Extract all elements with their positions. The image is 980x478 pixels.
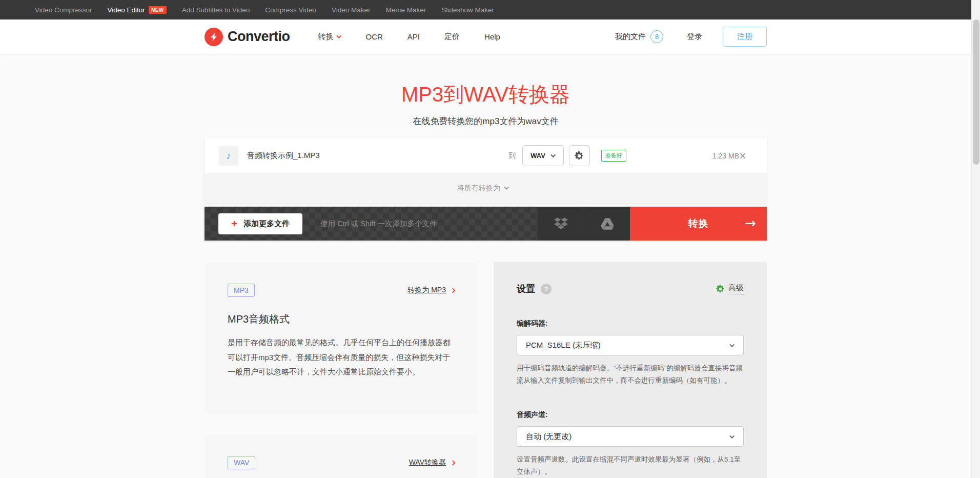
- page-title: MP3到WAV转换器: [0, 81, 971, 109]
- promo-link-add-subtitles[interactable]: Add Subtitles to Video: [174, 6, 258, 14]
- advanced-settings-link[interactable]: 高级: [716, 283, 744, 294]
- channels-label: 音频声道:: [517, 410, 744, 420]
- nav-pricing[interactable]: 定价: [444, 32, 460, 42]
- arrow-right-icon: →: [745, 215, 757, 231]
- promo-bar: Video Compressor Video Editor NEW Add Su…: [0, 0, 971, 19]
- convert-to-mp3-label: 转换为 MP3: [407, 286, 446, 295]
- convert-button-label: 转换: [688, 218, 709, 229]
- chevron-down-icon: [336, 33, 341, 38]
- promo-link-compress-video[interactable]: Compress Video: [257, 6, 324, 14]
- file-name: 音频转换示例_1.MP3: [247, 151, 508, 161]
- codec-value: PCM_S16LE (未压缩): [526, 341, 601, 350]
- file-size: 1.23 MB: [712, 152, 739, 160]
- chevron-down-icon: [729, 433, 734, 439]
- gear-icon: [575, 151, 584, 161]
- help-icon[interactable]: ?: [541, 284, 552, 294]
- settings-panel: 设置 ? 高级 编解码器: PCM_S16LE (未压缩) 用: [494, 262, 767, 478]
- channels-value: 自动 (无更改): [526, 432, 571, 442]
- convert-to-mp3-link[interactable]: 转换为 MP3: [407, 286, 455, 295]
- file-card: ♪ 音频转换示例_1.MP3 到 WAV 准备好 1.23 MB × 将所有转换…: [205, 138, 767, 203]
- converter-toolbar: + 添加更多文件 使用 Ctrl 或 Shift 一次添加多个文件 转换 →: [205, 207, 767, 241]
- scrollbar[interactable]: [971, 0, 980, 478]
- settings-title: 设置: [517, 283, 535, 295]
- convert-all-label: 将所有转换为: [457, 184, 500, 193]
- wav-converter-link[interactable]: WAV转换器: [409, 458, 455, 467]
- wav-converter-label: WAV转换器: [409, 458, 446, 467]
- file-settings-button[interactable]: [569, 145, 590, 166]
- file-dropzone[interactable]: + 添加更多文件 使用 Ctrl 或 Shift 一次添加多个文件: [205, 207, 538, 241]
- page-subtitle: 在线免费转换您的mp3文件为wav文件: [0, 115, 971, 127]
- google-drive-icon: [601, 218, 614, 230]
- status-badge: 准备好: [601, 150, 626, 162]
- left-column: MP3 转换为 MP3 MP3音频格式 是用于存储音频的最常见的格式。几乎任何平…: [205, 262, 478, 478]
- my-files-count-badge: 8: [650, 30, 663, 43]
- close-icon[interactable]: ×: [739, 150, 746, 162]
- codec-select[interactable]: PCM_S16LE (未压缩): [517, 335, 744, 355]
- add-more-files-button[interactable]: + 添加更多文件: [218, 213, 302, 234]
- nav-ocr[interactable]: OCR: [366, 32, 383, 41]
- mp3-info-card: MP3 转换为 MP3 MP3音频格式 是用于存储音频的最常见的格式。几乎任何平…: [205, 262, 478, 414]
- chevron-down-icon: [504, 185, 509, 190]
- output-format-select[interactable]: WAV: [522, 145, 564, 166]
- convertio-logo[interactable]: Convertio: [205, 28, 290, 46]
- to-label: 到: [508, 151, 516, 161]
- file-row: ♪ 音频转换示例_1.MP3 到 WAV 准备好 1.23 MB ×: [205, 138, 767, 173]
- my-files-label: 我的文件: [615, 32, 646, 42]
- header: Convertio 转换 OCR API 定价 Help 我的文件 8 登录 注…: [0, 19, 971, 54]
- chevron-down-icon: [729, 342, 734, 347]
- converter-widget: ♪ 音频转换示例_1.MP3 到 WAV 准备好 1.23 MB × 将所有转换…: [205, 138, 767, 478]
- channels-section: 音频声道: 自动 (无更改) 设置音频声道数。此设置在缩混不同声道时效果最为显著…: [517, 410, 744, 477]
- dropbox-icon: [554, 217, 568, 230]
- nav-convert[interactable]: 转换: [318, 32, 341, 42]
- mp3-card-description: 是用于存储音频的最常见的格式。几乎任何平台上的任何播放器都可以打开mp3文件。音…: [228, 335, 455, 380]
- promo-link-video-editor[interactable]: Video Editor NEW: [100, 6, 174, 14]
- plus-icon: +: [231, 217, 237, 230]
- scrollbar-thumb[interactable]: [973, 19, 979, 165]
- header-right: 我的文件 8 登录 注册: [615, 27, 767, 47]
- promo-link-slideshow-maker[interactable]: Slideshow Maker: [434, 6, 502, 14]
- music-note-icon: ♪: [219, 146, 238, 166]
- signup-button[interactable]: 注册: [723, 27, 767, 47]
- convert-all-dropdown[interactable]: 将所有转换为: [205, 173, 767, 203]
- nav-help[interactable]: Help: [484, 32, 500, 41]
- channels-select[interactable]: 自动 (无更改): [517, 426, 744, 447]
- nav-api[interactable]: API: [407, 32, 420, 41]
- convert-button[interactable]: 转换 →: [630, 207, 767, 241]
- hero: MP3到WAV转换器 在线免费转换您的mp3文件为wav文件: [0, 54, 971, 127]
- nav-convert-label: 转换: [318, 32, 334, 42]
- chevron-right-icon: [451, 288, 456, 293]
- page: Video Compressor Video Editor NEW Add Su…: [0, 0, 971, 478]
- google-drive-button[interactable]: [584, 207, 630, 241]
- multi-select-hint: 使用 Ctrl 或 Shift 一次添加多个文件: [320, 219, 437, 229]
- main-nav: 转换 OCR API 定价 Help: [318, 32, 525, 42]
- login-link[interactable]: 登录: [687, 32, 702, 42]
- content-columns: MP3 转换为 MP3 MP3音频格式 是用于存储音频的最常见的格式。几乎任何平…: [205, 262, 767, 478]
- my-files-link[interactable]: 我的文件 8: [615, 30, 663, 43]
- wav-format-badge: WAV: [228, 456, 255, 469]
- add-more-files-label: 添加更多文件: [243, 219, 290, 229]
- new-badge: NEW: [149, 6, 167, 14]
- chevron-down-icon: [550, 152, 556, 157]
- promo-link-video-maker[interactable]: Video Maker: [324, 6, 378, 14]
- channels-description: 设置音频声道数。此设置在缩混不同声道时效果最为显著（例如，从5.1至立体声）。: [517, 453, 744, 477]
- chevron-right-icon: [451, 460, 456, 465]
- advanced-label: 高级: [728, 283, 744, 294]
- gear-icon: [716, 285, 725, 293]
- mp3-card-title: MP3音频格式: [228, 312, 455, 326]
- right-column: 设置 ? 高级 编解码器: PCM_S16LE (未压缩) 用: [494, 262, 767, 478]
- promo-link-label: Video Editor: [108, 6, 145, 14]
- dropbox-button[interactable]: [538, 207, 584, 241]
- codec-description: 用于编码音频轨道的编解码器。“不进行重新编码”的编解码器会直接将音频流从输入文件…: [517, 362, 744, 386]
- codec-section: 编解码器: PCM_S16LE (未压缩) 用于编码音频轨道的编解码器。“不进行…: [517, 319, 744, 386]
- codec-label: 编解码器:: [517, 319, 744, 328]
- logo-text: Convertio: [228, 29, 290, 45]
- promo-link-video-compressor[interactable]: Video Compressor: [27, 6, 100, 14]
- output-format-value: WAV: [530, 152, 545, 160]
- wav-info-card: WAV WAV转换器 波形音频文件格式: [205, 434, 478, 478]
- promo-link-meme-maker[interactable]: Meme Maker: [378, 6, 434, 14]
- mp3-format-badge: MP3: [228, 284, 255, 297]
- convertio-logo-icon: [205, 28, 223, 46]
